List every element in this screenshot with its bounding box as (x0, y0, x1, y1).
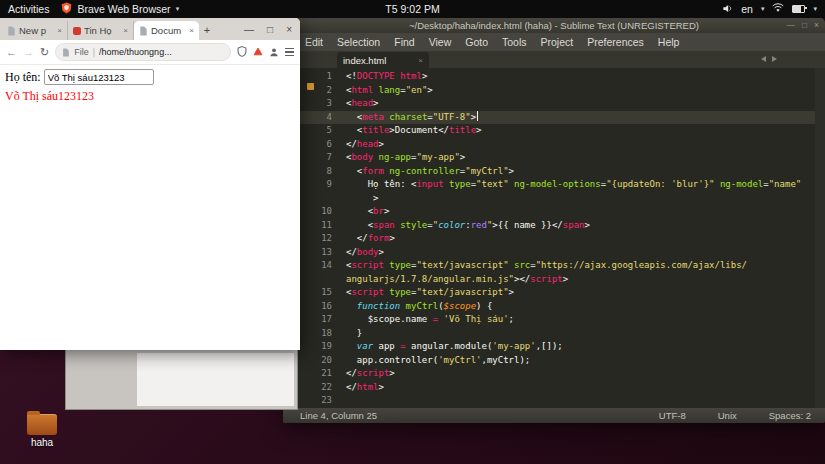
code-text: <br> (339, 205, 815, 219)
browser-tab[interactable]: Tin Họ× (68, 21, 134, 40)
code-line[interactable]: 17 $scope.name = 'Võ Thị sáu'; (283, 313, 815, 327)
top-bar: Activities Brave Web Browser ▾ T5 9:02 P… (0, 0, 825, 18)
clock[interactable]: T5 9:02 PM (385, 3, 439, 15)
code-text: </form> (339, 232, 815, 246)
gutter-marker (307, 83, 314, 90)
code-line[interactable]: 10 <br> (283, 205, 815, 219)
brave-shield-icon[interactable] (237, 43, 247, 61)
code-text: </script> (339, 367, 815, 381)
forward-icon[interactable]: → (23, 46, 34, 58)
code-text: $scope.name = 'Võ Thị sáu'; (339, 313, 815, 327)
browser-navbar: ← → ↻ File | /home/thuongng... (0, 40, 300, 65)
sublime-titlebar[interactable]: ~/Desktop/haha/index.html (haha) - Subli… (283, 18, 825, 33)
menu-item-view[interactable]: View (422, 36, 459, 48)
activities-button[interactable]: Activities (8, 3, 49, 15)
chevron-down-icon: ▾ (176, 5, 180, 13)
menu-item-edit[interactable]: Edit (298, 36, 330, 48)
code-line[interactable]: 13</body> (283, 246, 815, 260)
address-separator: | (93, 47, 95, 57)
sublime-window: ~/Desktop/haha/index.html (haha) - Subli… (283, 18, 825, 423)
code-line[interactable]: 1<!DOCTYPE html> (283, 70, 815, 84)
code-line[interactable]: 3<head> (283, 97, 815, 111)
code-line[interactable]: 6</head> (283, 138, 815, 152)
menu-item-project[interactable]: Project (534, 36, 581, 48)
cursor-position: Line 4, Column 25 (300, 410, 377, 421)
reload-icon[interactable]: ↻ (40, 46, 49, 59)
code-editor[interactable]: 1<!DOCTYPE html>2<html lang="en">3<head>… (283, 68, 825, 408)
editor-tab-index-html[interactable]: index.html × (337, 52, 429, 68)
name-label: Họ tên: (5, 70, 41, 85)
text-cursor (477, 111, 478, 121)
tab-scroll-right-icon[interactable] (772, 56, 777, 62)
code-line[interactable]: 4 <meta charset="UTF-8"> (283, 111, 815, 125)
brave-icon (61, 2, 72, 16)
menu-item-find[interactable]: Find (387, 36, 421, 48)
code-line[interactable]: 15<script type="text/javascript"> (283, 286, 815, 300)
browser-window: New p×Tin Họ×Docum× + — □ × ← → ↻ File |… (0, 18, 300, 350)
desktop-folder-haha[interactable]: haha (20, 414, 64, 448)
tab-close-icon[interactable]: × (123, 26, 128, 35)
code-line[interactable]: 21</script> (283, 367, 815, 381)
code-line[interactable]: 22</html> (283, 381, 815, 395)
system-indicators[interactable]: en ▾ ▾ (722, 3, 817, 16)
background-window[interactable] (65, 349, 298, 410)
tab-scroll-left-icon[interactable] (761, 56, 766, 62)
brave-rewards-icon[interactable] (253, 43, 263, 61)
code-line[interactable]: 20 app.controller('myCtrl',myCtrl); (283, 354, 815, 368)
code-text: </body> (339, 246, 815, 260)
code-line[interactable]: 7<body ng-app="my-app"> (283, 151, 815, 165)
profile-icon[interactable] (269, 43, 279, 61)
code-line[interactable]: 8 <form ng-controller="myCtrl"> (283, 165, 815, 179)
code-text: <title>Document</title> (339, 124, 815, 138)
address-bar[interactable]: File | /home/thuongng... (55, 43, 231, 61)
close-button[interactable]: × (286, 24, 292, 35)
browser-tab[interactable]: New p× (2, 21, 68, 40)
code-line[interactable]: 18 } (283, 327, 815, 341)
code-line[interactable]: 19 var app = angular.module('my-app',[])… (283, 340, 815, 354)
close-button[interactable]: × (814, 18, 819, 33)
sublime-window-controls: — □ × (786, 18, 819, 33)
code-line[interactable]: 2<html lang="en"> (283, 84, 815, 98)
tab-close-icon[interactable]: × (57, 26, 62, 35)
tab-close-icon[interactable]: × (418, 56, 423, 65)
code-text: </html> (339, 381, 815, 395)
menu-item-tools[interactable]: Tools (495, 36, 534, 48)
minimize-button[interactable]: — (244, 24, 254, 35)
name-input[interactable] (44, 69, 154, 85)
menu-icon[interactable] (285, 48, 294, 57)
app-menu[interactable]: Brave Web Browser ▾ (61, 2, 179, 16)
menu-item-selection[interactable]: Selection (330, 36, 387, 48)
code-text (339, 394, 815, 408)
code-line[interactable]: 16 function myCtrl($scope) { (283, 300, 815, 314)
maximize-button[interactable]: □ (267, 24, 273, 35)
menu-item-goto[interactable]: Goto (458, 36, 495, 48)
new-tab-button[interactable]: + (199, 21, 215, 40)
code-line[interactable]: 14<script type="text/javascript" src="ht… (283, 259, 815, 273)
maximize-button[interactable]: □ (802, 18, 807, 33)
back-icon[interactable]: ← (6, 46, 17, 58)
code-line[interactable]: 23 (283, 394, 815, 408)
sublime-tabbar: index.html × (283, 51, 825, 68)
menu-item-preferences[interactable]: Preferences (580, 36, 651, 48)
code-line[interactable]: 11 <span style="color:red">{{ name }}</s… (283, 219, 815, 233)
code-text: <head> (339, 97, 815, 111)
tab-scroll-controls (761, 56, 777, 62)
folder-icon (27, 414, 57, 435)
code-line[interactable]: 9 Họ tên: <input type="text" ng-model-op… (283, 178, 815, 192)
tab-label: New p (19, 25, 54, 36)
menu-item-help[interactable]: Help (651, 36, 687, 48)
tab-label: Docum (151, 25, 186, 36)
code-text: </head> (339, 138, 815, 152)
minimize-button[interactable]: — (786, 18, 795, 33)
code-text: <script type="text/javascript"> (339, 286, 815, 300)
page-favicon (7, 26, 16, 36)
code-line[interactable]: > (283, 192, 815, 206)
file-icon (62, 48, 70, 57)
tab-close-icon[interactable]: × (189, 26, 194, 35)
browser-tab[interactable]: Docum× (134, 21, 199, 40)
code-line[interactable]: angularjs/1.7.8/angular.min.js"></script… (283, 273, 815, 287)
sublime-statusbar: Line 4, Column 25 UTF-8UnixSpaces: 2 (283, 408, 825, 423)
minimap[interactable] (815, 68, 825, 408)
code-line[interactable]: 12 </form> (283, 232, 815, 246)
code-line[interactable]: 5 <title>Document</title> (283, 124, 815, 138)
